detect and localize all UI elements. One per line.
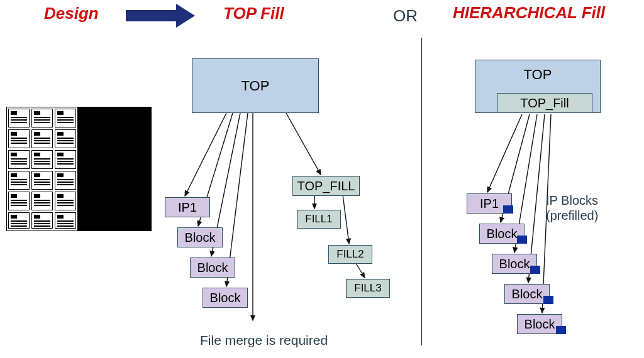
vertical-separator xyxy=(421,38,422,345)
footnote-merge: File merge is required xyxy=(200,333,328,348)
prefill-chip-4 xyxy=(543,296,553,304)
diagram-stage: Design TOP Fill OR HIERARCHICAL Fill TOP xyxy=(0,0,644,358)
block-box-3: Block xyxy=(203,288,248,308)
fill3-box: FILL3 xyxy=(346,279,390,298)
top-box: TOP xyxy=(192,58,319,113)
ip1-box: IP1 xyxy=(165,197,210,217)
svg-line-8 xyxy=(355,263,365,278)
ip-note-line1: IP Blocks xyxy=(546,193,598,208)
prefill-chip-2 xyxy=(517,236,527,244)
block-box-1: Block xyxy=(177,227,223,247)
svg-line-5 xyxy=(286,113,321,175)
hier-topfill-inner: TOP_Fill xyxy=(497,93,592,113)
fill2-box: FILL2 xyxy=(328,245,372,264)
prefill-chip-1 xyxy=(503,205,513,214)
svg-line-7 xyxy=(343,195,349,244)
prefill-chip-5 xyxy=(556,326,566,334)
svg-line-9 xyxy=(487,114,522,192)
header-design: Design xyxy=(44,4,99,23)
header-hierarchical-text: HIERARCHICAL Fill xyxy=(453,3,605,22)
header-topfill: TOP Fill xyxy=(223,4,284,23)
block-box-2: Block xyxy=(190,258,235,278)
design-fill-thumbnail xyxy=(77,107,152,231)
header-hierarchical: HIERARCHICAL Fill xyxy=(453,4,605,22)
top-fill-box: TOP_FILL xyxy=(292,176,360,196)
ip-note-line2: (prefilled) xyxy=(546,209,598,223)
design-layout-thumbnail xyxy=(6,107,78,231)
prefill-chip-3 xyxy=(530,266,540,274)
svg-line-0 xyxy=(185,113,226,196)
fill1-box: FILL1 xyxy=(297,210,341,229)
header-or: OR xyxy=(393,6,418,26)
